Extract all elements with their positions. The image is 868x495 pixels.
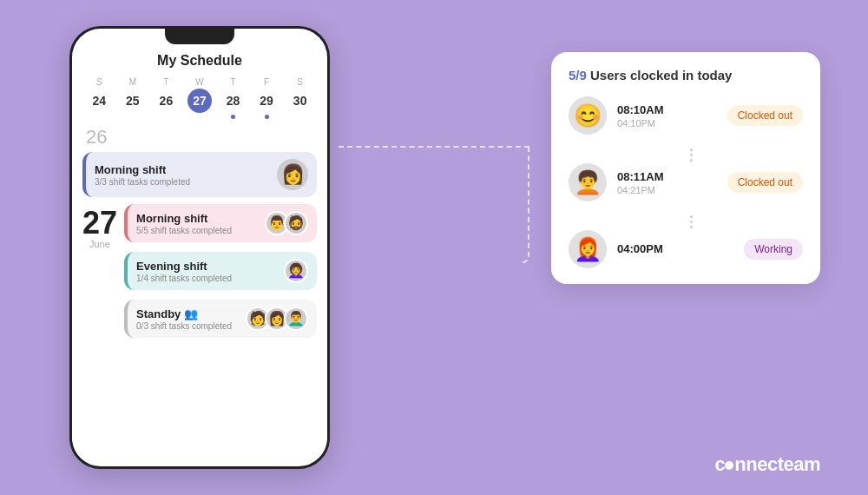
dot	[690, 159, 693, 162]
shift-info: Evening shift 1/4 shift tasks completed	[136, 260, 284, 283]
dot	[690, 215, 693, 218]
cal-day-sun24[interactable]: S 24	[87, 77, 111, 119]
dot	[690, 221, 693, 223]
status-badge-3: Working	[744, 239, 803, 260]
divider-dots-1	[579, 148, 803, 162]
day-27-cards: Morning shift 5/5 shift tasks completed …	[124, 204, 317, 343]
shift-name: Evening shift	[136, 260, 284, 273]
shift-info: Morning shift 5/5 shift tasks completed	[136, 212, 265, 235]
logo-text: nnecteam	[734, 453, 820, 475]
phone-notch	[165, 29, 234, 44]
avatar-icon: 👩‍🦱	[287, 264, 305, 278]
cal-day-tue26[interactable]: T 26	[154, 77, 178, 119]
users-panel: 5/9 Users clocked in today 😊 08:10AM 04:…	[551, 52, 820, 284]
shift-card-26-morning[interactable]: Morning shift 3/3 shift tasks completed …	[82, 152, 317, 197]
shift-avatars: 👨 🧔	[265, 211, 308, 235]
cal-dot	[298, 115, 302, 119]
time-out-2: 04:21PM	[617, 185, 717, 195]
time-in-3: 04:00PM	[617, 242, 733, 255]
avatar-icon: 👩	[268, 312, 286, 326]
cal-label: M	[129, 77, 136, 87]
connector-line-vertical	[521, 146, 529, 263]
logo-c-icon: c	[715, 453, 726, 475]
connector-line-horizontal	[339, 146, 529, 148]
panel-title-count: 5/9	[569, 68, 587, 82]
calendar-week: S 24 M 25 T 26 W 27 T 28	[72, 74, 327, 126]
cal-day-fri29[interactable]: F 29	[254, 77, 279, 119]
cal-num: 24	[87, 89, 111, 113]
status-badge-1: Clocked out	[727, 105, 803, 126]
avatar-icon: 🧑	[249, 312, 266, 326]
shift-name: Morning shift	[95, 163, 277, 176]
divider-dots-2	[579, 215, 803, 228]
cal-day-sat30[interactable]: S 30	[288, 77, 312, 119]
day-27-num: 27	[82, 208, 117, 239]
shift-info: Morning shift 3/3 shift tasks completed	[95, 163, 277, 187]
user-avatar-1: 😊	[569, 96, 607, 135]
shift-card-27-standby[interactable]: Standby 👥 0/3 shift tasks completed 🧑 👩	[124, 300, 317, 338]
cal-num: 30	[288, 89, 312, 113]
avatar2: 🧔	[284, 211, 308, 235]
avatar-face-icon: 👩‍🦰	[574, 236, 602, 263]
cal-day-wed27[interactable]: W 27	[187, 77, 212, 119]
cal-dot	[231, 115, 235, 119]
day-27-section: 27 June Morning shift 5/5 shift tasks co…	[82, 204, 317, 343]
avatar3: 👨‍🦱	[284, 307, 308, 331]
avatar-icon: 👨	[268, 216, 286, 230]
cal-dot	[164, 115, 168, 119]
user-times-2: 08:11AM 04:21PM	[617, 170, 717, 195]
shift-card-27-morning[interactable]: Morning shift 5/5 shift tasks completed …	[124, 204, 317, 242]
cal-num: 25	[121, 89, 145, 113]
shift-info: Standby 👥 0/3 shift tasks completed	[136, 307, 246, 331]
schedule-content: 26 Morning shift 3/3 shift tasks complet…	[72, 126, 327, 459]
dot	[690, 226, 693, 228]
phone-mockup: My Schedule S 24 M 25 T 26 W 27	[69, 26, 330, 469]
cal-label: S	[96, 77, 102, 87]
cal-day-mon25[interactable]: M 25	[121, 77, 145, 119]
shift-tasks: 0/3 shift tasks completed	[136, 321, 246, 331]
time-in-2: 08:11AM	[617, 170, 717, 183]
panel-title-text: Users clocked in today	[590, 68, 732, 82]
cal-label: S	[297, 77, 303, 87]
cal-label: F	[264, 77, 269, 87]
time-out-1: 04:10PM	[617, 118, 717, 129]
user-row-3: 👩‍🦰 04:00PM Working	[569, 230, 803, 268]
shift-avatar: 👩	[277, 159, 308, 190]
cal-dot	[265, 115, 269, 119]
user-avatar-3: 👩‍🦰	[569, 230, 607, 268]
shift-card-27-evening[interactable]: Evening shift 1/4 shift tasks completed …	[124, 252, 317, 290]
shift-tasks: 1/4 shift tasks completed	[136, 274, 284, 283]
day-26-header: 26	[82, 126, 317, 148]
day-26-section: 26 Morning shift 3/3 shift tasks complet…	[82, 126, 317, 197]
cal-label: T	[230, 77, 235, 87]
dot	[690, 154, 693, 156]
avatar1: 👩‍🦱	[284, 259, 308, 283]
avatar-icon: 🧔	[287, 216, 305, 230]
shift-name: Morning shift	[136, 212, 265, 225]
cal-dot	[97, 115, 102, 119]
cal-dot	[197, 115, 201, 119]
shift-tasks: 5/5 shift tasks completed	[136, 226, 265, 235]
avatar-icon: 👨‍🦱	[287, 312, 305, 326]
logo-dot-icon	[725, 461, 733, 470]
cal-day-thu28[interactable]: T 28	[221, 77, 246, 119]
avatar-face-icon: 🧑‍🦱	[574, 169, 602, 196]
cal-num: 28	[221, 89, 246, 113]
avatar-face-icon: 👩	[281, 165, 305, 184]
cal-num: 29	[254, 89, 279, 113]
shift-avatars: 🧑 👩 👨‍🦱	[246, 307, 308, 331]
shift-avatars: 👩‍🦱	[284, 259, 308, 283]
schedule-title: My Schedule	[72, 44, 327, 74]
user-row-1: 😊 08:10AM 04:10PM Clocked out	[569, 96, 803, 135]
cal-num-active: 27	[187, 89, 212, 113]
connecteam-logo: cnnecteam	[715, 453, 820, 476]
cal-num: 26	[154, 89, 178, 113]
user-times-1: 08:10AM 04:10PM	[617, 103, 717, 129]
user-avatar-2: 🧑‍🦱	[569, 163, 607, 201]
user-row-2: 🧑‍🦱 08:11AM 04:21PM Clocked out	[569, 163, 803, 201]
panel-title: 5/9 Users clocked in today	[569, 68, 803, 82]
shift-tasks: 3/3 shift tasks completed	[95, 177, 277, 187]
avatar-face-icon: 😊	[574, 102, 602, 129]
dot	[690, 148, 693, 151]
cal-label: W	[195, 77, 203, 87]
